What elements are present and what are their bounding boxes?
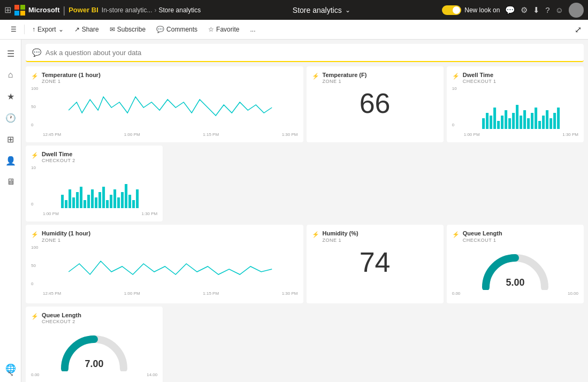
sidebar-item-apps[interactable]: ⊞	[1, 129, 20, 149]
svg-rect-5	[486, 113, 488, 129]
line-chart-svg	[43, 245, 298, 288]
gear-icon[interactable]: ⚙	[521, 5, 528, 15]
svg-rect-18	[534, 108, 537, 129]
card-header: ⚡ Temperature (F) ZONE 1	[312, 72, 438, 84]
sidebar-item-menu[interactable]: ☰	[1, 44, 20, 63]
x-label-2: 1:00 PM	[124, 291, 140, 296]
y-label-50: 50	[31, 263, 42, 268]
line-chart-temp-zone1: 100 50 0 12:45 PM 1:00 PM 1:15 PM 1:30 P…	[31, 86, 298, 137]
x-label-2: 1:30 PM	[562, 132, 578, 137]
card-title-group: Queue Length CHECKOUT 1	[463, 230, 502, 242]
chevron-down-icon[interactable]: ⌄	[345, 6, 350, 14]
svg-rect-30	[80, 187, 82, 208]
comments-button[interactable]: 💬 Comments	[152, 24, 202, 35]
y-label-0: 0	[452, 123, 463, 127]
svg-rect-29	[76, 192, 79, 208]
card-temp-zone1-line: ⚡ Temperature (1 hour) ZONE 1 100 50 0	[26, 66, 303, 142]
new-look-label: New look on	[464, 6, 500, 14]
bar-chart-svg	[464, 86, 578, 129]
card-title: Humidity (1 hour)	[42, 230, 90, 237]
qa-bar[interactable]: 💬	[26, 44, 584, 62]
share-button[interactable]: ↗ Share	[70, 24, 103, 35]
card-header: ⚡ Humidity (%) ZONE 1	[312, 230, 438, 242]
card-subtitle: CHECKOUT 2	[42, 319, 81, 324]
export-button[interactable]: ↑ Export ⌄	[28, 24, 68, 35]
gauge-min: 0.00	[452, 291, 461, 296]
breadcrumb-sep: ›	[155, 6, 157, 14]
card-header: ⚡ Queue Length CHECKOUT 1	[452, 230, 578, 242]
breadcrumb: In-store analytic... › Store analytics	[102, 6, 201, 14]
breadcrumb-item-2[interactable]: Store analytics	[159, 6, 201, 14]
svg-rect-10	[505, 110, 507, 129]
subscribe-button[interactable]: ✉ Subscribe	[105, 24, 150, 35]
svg-rect-6	[490, 116, 492, 129]
line-chart-svg	[43, 86, 298, 129]
share-label: Share	[82, 26, 99, 33]
avatar[interactable]	[569, 3, 584, 18]
comments-label: Comments	[166, 26, 197, 33]
x-label-3: 1:15 PM	[203, 132, 219, 137]
bolt-icon: ⚡	[312, 73, 319, 80]
card-title-group: Queue Length CHECKOUT 2	[42, 312, 81, 324]
card-subtitle: ZONE 1	[323, 238, 358, 243]
expand-button[interactable]: ⤢	[575, 25, 582, 35]
card-title: Temperature (1 hour)	[42, 72, 101, 79]
svg-rect-22	[549, 118, 552, 129]
toggle-switch[interactable]	[442, 5, 461, 15]
gauge-min: 0.00	[31, 372, 40, 377]
line-chart-humidity-zone1: 100 50 0 12:45 PM 1:00 PM 1:15 PM 1:30 P…	[31, 245, 298, 296]
x-axis-labels: 1:00 PM 1:30 PM	[464, 132, 578, 137]
sidebar: ☰ ⌂ ★ 🕐 ⊞ 👤 🖥 🌐	[0, 40, 21, 382]
bolt-icon: ⚡	[452, 231, 460, 238]
y-label-50: 50	[31, 104, 42, 109]
sidebar-item-people[interactable]: 👤	[1, 151, 20, 170]
gauge-svg: 7.00	[57, 328, 132, 371]
more-button[interactable]: ...	[246, 24, 259, 35]
svg-rect-44	[132, 200, 135, 208]
favorite-button[interactable]: ☆ Favorite	[204, 24, 243, 35]
brand: Microsoft	[14, 5, 60, 16]
gauge-max: 10.00	[568, 291, 578, 296]
sidebar-item-home[interactable]: ⌂	[1, 65, 20, 85]
nav-center: Store analytics ⌄	[204, 6, 439, 14]
x-label-1: 1:00 PM	[464, 132, 480, 137]
more-label: ...	[250, 26, 255, 33]
svg-rect-38	[110, 195, 112, 208]
bar-chart-dwell-co1: 10 0	[452, 86, 578, 137]
card-subtitle: ZONE 1	[42, 79, 101, 84]
waffle-icon[interactable]: ⊞	[4, 5, 11, 15]
breadcrumb-item-1[interactable]: In-store analytic...	[102, 6, 152, 14]
svg-rect-7	[493, 108, 496, 129]
gauge-labels: 0.00 14.00	[31, 372, 157, 377]
star-icon: ☆	[208, 26, 214, 33]
y-axis-labels: 100 50 0	[31, 86, 42, 127]
card-title-group: Dwell Time CHECKOUT 1	[463, 72, 497, 84]
svg-rect-23	[553, 113, 556, 129]
gauge-labels: 0.00 10.00	[452, 291, 578, 296]
help-icon[interactable]: ?	[545, 5, 549, 14]
download-icon[interactable]: ⬇	[533, 5, 540, 15]
smiley-icon[interactable]: ☺	[555, 5, 563, 14]
card-dwell-checkout1: ⚡ Dwell Time CHECKOUT 1 10 0	[447, 66, 584, 142]
card-dwell-checkout2: ⚡ Dwell Time CHECKOUT 2 10 0	[26, 146, 163, 221]
sidebar-item-recent[interactable]: 🕐	[1, 108, 20, 127]
card-title: Temperature (F)	[323, 72, 367, 79]
card-title: Queue Length	[463, 230, 502, 237]
bolt-icon: ⚡	[31, 152, 39, 159]
qa-input[interactable]	[45, 49, 577, 57]
y-label-10: 10	[452, 86, 463, 91]
sidebar-item-workspaces[interactable]: 🖥	[1, 172, 20, 192]
svg-rect-32	[87, 195, 90, 208]
card-header: ⚡ Temperature (1 hour) ZONE 1	[31, 72, 298, 84]
svg-rect-12	[512, 113, 515, 129]
svg-rect-45	[136, 189, 139, 208]
menu-button[interactable]: ☰	[6, 24, 21, 35]
new-look-toggle[interactable]: New look on	[442, 5, 500, 15]
nav-separator: |	[63, 5, 66, 15]
comments-icon: 💬	[156, 26, 164, 33]
y-label-0: 0	[31, 281, 42, 286]
sidebar-item-favorites[interactable]: ★	[1, 87, 20, 106]
qa-icon: 💬	[32, 48, 41, 57]
chat-icon[interactable]: 💬	[505, 5, 515, 15]
card-subtitle: CHECKOUT 1	[463, 79, 497, 84]
